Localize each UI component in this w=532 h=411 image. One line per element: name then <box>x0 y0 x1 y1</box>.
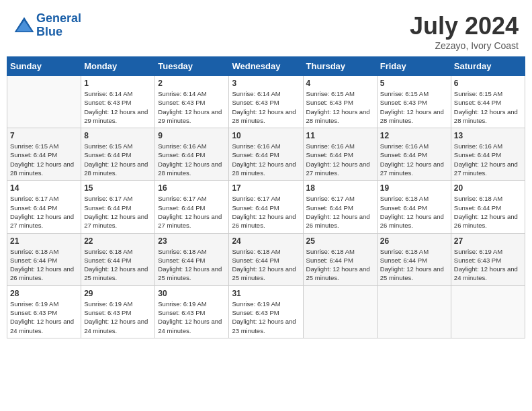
calendar-cell: 13Sunrise: 6:16 AMSunset: 6:44 PMDayligh… <box>451 128 525 181</box>
calendar-cell: 23Sunrise: 6:18 AMSunset: 6:44 PMDayligh… <box>155 233 229 285</box>
calendar-week-5: 28Sunrise: 6:19 AMSunset: 6:43 PMDayligh… <box>7 285 525 338</box>
day-number: 23 <box>158 236 226 246</box>
cell-sun-info: Sunrise: 6:15 AMSunset: 6:43 PMDaylight:… <box>306 89 374 125</box>
calendar-cell: 11Sunrise: 6:16 AMSunset: 6:44 PMDayligh… <box>303 128 377 181</box>
calendar-cell: 12Sunrise: 6:16 AMSunset: 6:44 PMDayligh… <box>377 128 451 181</box>
calendar-cell: 24Sunrise: 6:18 AMSunset: 6:44 PMDayligh… <box>229 233 303 285</box>
calendar-week-4: 21Sunrise: 6:18 AMSunset: 6:44 PMDayligh… <box>7 233 525 285</box>
cell-sun-info: Sunrise: 6:16 AMSunset: 6:44 PMDaylight:… <box>306 142 374 177</box>
weekday-header-row: SundayMondayTuesdayWednesdayThursdayFrid… <box>7 57 525 76</box>
calendar-cell: 9Sunrise: 6:16 AMSunset: 6:44 PMDaylight… <box>155 128 229 181</box>
calendar-cell <box>377 285 451 338</box>
day-number: 20 <box>454 183 522 193</box>
month-title: July 2024 <box>410 12 519 40</box>
cell-sun-info: Sunrise: 6:19 AMSunset: 6:43 PMDaylight:… <box>10 300 78 335</box>
cell-sun-info: Sunrise: 6:14 AMSunset: 6:43 PMDaylight:… <box>232 89 300 125</box>
calendar-cell: 18Sunrise: 6:17 AMSunset: 6:44 PMDayligh… <box>303 181 377 233</box>
calendar-cell: 7Sunrise: 6:15 AMSunset: 6:44 PMDaylight… <box>7 128 81 181</box>
page-header: General Blue July 2024 Zezayo, Ivory Coa… <box>7 7 525 54</box>
cell-sun-info: Sunrise: 6:16 AMSunset: 6:44 PMDaylight:… <box>380 142 448 177</box>
day-number: 4 <box>306 79 374 88</box>
day-number: 28 <box>10 289 78 298</box>
cell-sun-info: Sunrise: 6:19 AMSunset: 6:43 PMDaylight:… <box>454 247 522 283</box>
calendar-week-3: 14Sunrise: 6:17 AMSunset: 6:44 PMDayligh… <box>7 181 525 233</box>
calendar-cell: 14Sunrise: 6:17 AMSunset: 6:44 PMDayligh… <box>7 181 81 233</box>
calendar-cell: 16Sunrise: 6:17 AMSunset: 6:44 PMDayligh… <box>155 181 229 233</box>
calendar-cell <box>451 285 525 338</box>
calendar-cell <box>7 76 81 128</box>
day-number: 29 <box>84 289 152 298</box>
cell-sun-info: Sunrise: 6:17 AMSunset: 6:44 PMDaylight:… <box>232 194 300 230</box>
calendar-cell: 6Sunrise: 6:15 AMSunset: 6:44 PMDaylight… <box>451 76 525 128</box>
cell-sun-info: Sunrise: 6:18 AMSunset: 6:44 PMDaylight:… <box>380 194 448 230</box>
day-number: 13 <box>454 131 522 140</box>
weekday-header-thursday: Thursday <box>303 57 377 76</box>
cell-sun-info: Sunrise: 6:17 AMSunset: 6:44 PMDaylight:… <box>306 194 374 230</box>
calendar-cell: 29Sunrise: 6:19 AMSunset: 6:43 PMDayligh… <box>81 285 155 338</box>
cell-sun-info: Sunrise: 6:18 AMSunset: 6:44 PMDaylight:… <box>454 194 522 230</box>
cell-sun-info: Sunrise: 6:19 AMSunset: 6:43 PMDaylight:… <box>84 300 152 335</box>
day-number: 16 <box>158 183 226 193</box>
day-number: 30 <box>158 289 226 298</box>
cell-sun-info: Sunrise: 6:17 AMSunset: 6:44 PMDaylight:… <box>84 194 152 230</box>
calendar-cell: 30Sunrise: 6:19 AMSunset: 6:43 PMDayligh… <box>155 285 229 338</box>
calendar-cell: 15Sunrise: 6:17 AMSunset: 6:44 PMDayligh… <box>81 181 155 233</box>
cell-sun-info: Sunrise: 6:18 AMSunset: 6:44 PMDaylight:… <box>10 247 78 283</box>
day-number: 21 <box>10 236 78 246</box>
cell-sun-info: Sunrise: 6:19 AMSunset: 6:43 PMDaylight:… <box>158 300 226 335</box>
cell-sun-info: Sunrise: 6:17 AMSunset: 6:44 PMDaylight:… <box>158 194 226 230</box>
cell-sun-info: Sunrise: 6:16 AMSunset: 6:44 PMDaylight:… <box>232 142 300 177</box>
cell-sun-info: Sunrise: 6:15 AMSunset: 6:44 PMDaylight:… <box>454 89 522 125</box>
day-number: 14 <box>10 183 78 193</box>
cell-sun-info: Sunrise: 6:18 AMSunset: 6:44 PMDaylight:… <box>232 247 300 283</box>
day-number: 25 <box>306 236 374 246</box>
day-number: 17 <box>232 183 300 193</box>
calendar-table: SundayMondayTuesdayWednesdayThursdayFrid… <box>7 56 525 338</box>
calendar-cell: 8Sunrise: 6:15 AMSunset: 6:44 PMDaylight… <box>81 128 155 181</box>
day-number: 1 <box>84 79 152 88</box>
cell-sun-info: Sunrise: 6:18 AMSunset: 6:44 PMDaylight:… <box>84 247 152 283</box>
cell-sun-info: Sunrise: 6:18 AMSunset: 6:44 PMDaylight:… <box>380 247 448 283</box>
day-number: 19 <box>380 183 448 193</box>
calendar-body: 1Sunrise: 6:14 AMSunset: 6:43 PMDaylight… <box>7 76 525 338</box>
day-number: 11 <box>306 131 374 140</box>
cell-sun-info: Sunrise: 6:14 AMSunset: 6:43 PMDaylight:… <box>158 89 226 125</box>
day-number: 3 <box>232 79 300 88</box>
calendar-cell: 31Sunrise: 6:19 AMSunset: 6:43 PMDayligh… <box>229 285 303 338</box>
cell-sun-info: Sunrise: 6:19 AMSunset: 6:43 PMDaylight:… <box>232 300 300 335</box>
day-number: 12 <box>380 131 448 140</box>
logo-text: General Blue <box>36 12 81 39</box>
calendar-cell: 17Sunrise: 6:17 AMSunset: 6:44 PMDayligh… <box>229 181 303 233</box>
day-number: 22 <box>84 236 152 246</box>
day-number: 24 <box>232 236 300 246</box>
day-number: 8 <box>84 131 152 140</box>
day-number: 26 <box>380 236 448 246</box>
cell-sun-info: Sunrise: 6:14 AMSunset: 6:43 PMDaylight:… <box>84 89 152 125</box>
cell-sun-info: Sunrise: 6:15 AMSunset: 6:44 PMDaylight:… <box>84 142 152 177</box>
cell-sun-info: Sunrise: 6:18 AMSunset: 6:44 PMDaylight:… <box>158 247 226 283</box>
weekday-header-saturday: Saturday <box>451 57 525 76</box>
day-number: 27 <box>454 236 522 246</box>
day-number: 10 <box>232 131 300 140</box>
weekday-header-sunday: Sunday <box>7 57 81 76</box>
weekday-header-monday: Monday <box>81 57 155 76</box>
calendar-header: SundayMondayTuesdayWednesdayThursdayFrid… <box>7 57 525 76</box>
calendar-cell: 1Sunrise: 6:14 AMSunset: 6:43 PMDaylight… <box>81 76 155 128</box>
title-area: July 2024 Zezayo, Ivory Coast <box>410 12 519 51</box>
weekday-header-tuesday: Tuesday <box>155 57 229 76</box>
calendar-cell: 3Sunrise: 6:14 AMSunset: 6:43 PMDaylight… <box>229 76 303 128</box>
calendar-week-2: 7Sunrise: 6:15 AMSunset: 6:44 PMDaylight… <box>7 128 525 181</box>
calendar-cell: 26Sunrise: 6:18 AMSunset: 6:44 PMDayligh… <box>377 233 451 285</box>
logo: General Blue <box>13 12 81 39</box>
calendar-cell: 22Sunrise: 6:18 AMSunset: 6:44 PMDayligh… <box>81 233 155 285</box>
cell-sun-info: Sunrise: 6:15 AMSunset: 6:44 PMDaylight:… <box>10 142 78 177</box>
day-number: 6 <box>454 79 522 88</box>
calendar-week-1: 1Sunrise: 6:14 AMSunset: 6:43 PMDaylight… <box>7 76 525 128</box>
calendar-cell <box>303 285 377 338</box>
day-number: 7 <box>10 131 78 140</box>
weekday-header-friday: Friday <box>377 57 451 76</box>
day-number: 15 <box>84 183 152 193</box>
calendar-cell: 10Sunrise: 6:16 AMSunset: 6:44 PMDayligh… <box>229 128 303 181</box>
calendar-cell: 4Sunrise: 6:15 AMSunset: 6:43 PMDaylight… <box>303 76 377 128</box>
calendar-cell: 27Sunrise: 6:19 AMSunset: 6:43 PMDayligh… <box>451 233 525 285</box>
